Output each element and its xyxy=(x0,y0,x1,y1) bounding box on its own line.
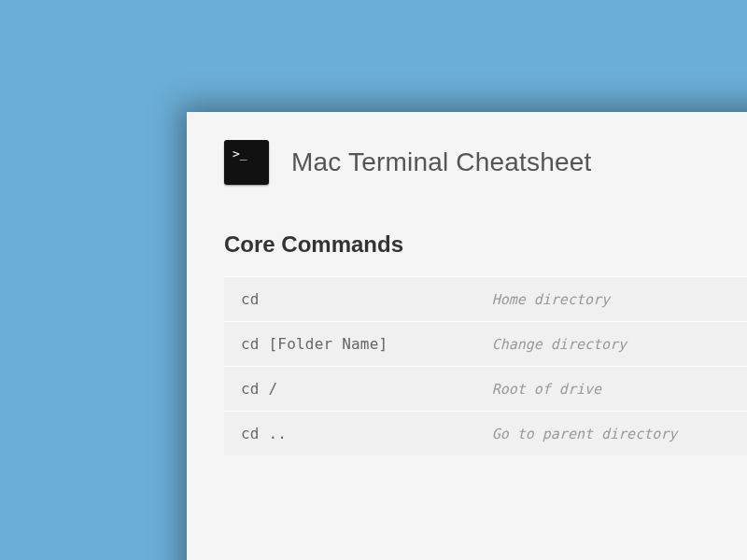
table-row: cd [Folder Name] Change directory xyxy=(224,321,747,366)
terminal-icon-glyph: >_ xyxy=(233,147,247,160)
description-cell: Go to parent directory xyxy=(492,426,747,442)
section-title: Core Commands xyxy=(224,231,747,258)
command-cell: cd / xyxy=(241,380,492,398)
description-cell: Home directory xyxy=(492,291,747,308)
description-cell: Root of drive xyxy=(492,381,747,398)
cheatsheet-card: >_ Mac Terminal Cheatsheet Core Commands… xyxy=(187,112,747,560)
header: >_ Mac Terminal Cheatsheet xyxy=(187,112,747,203)
commands-table: cd Home directory cd [Folder Name] Chang… xyxy=(224,276,747,455)
table-row: cd .. Go to parent directory xyxy=(224,411,747,455)
section-core-commands: Core Commands cd Home directory cd [Fold… xyxy=(187,203,747,455)
table-row: cd / Root of drive xyxy=(224,366,747,411)
table-row: cd Home directory xyxy=(224,276,747,321)
command-cell: cd xyxy=(241,290,492,308)
command-cell: cd [Folder Name] xyxy=(241,335,492,353)
command-cell: cd .. xyxy=(241,425,492,442)
description-cell: Change directory xyxy=(492,336,747,353)
page-title: Mac Terminal Cheatsheet xyxy=(291,147,592,177)
terminal-icon: >_ xyxy=(224,140,269,185)
